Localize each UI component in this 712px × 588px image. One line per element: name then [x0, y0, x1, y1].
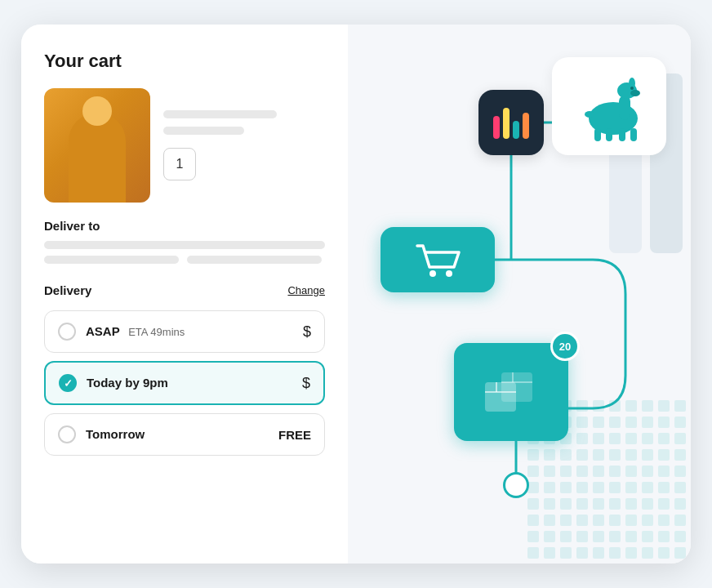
svg-point-15: [446, 270, 452, 277]
delivery-option-asap[interactable]: ASAP ETA 49mins $: [44, 310, 325, 353]
wix-bar-1: [493, 116, 500, 139]
svg-rect-11: [630, 128, 637, 141]
quantity-box[interactable]: 1: [163, 148, 196, 180]
option-name-tomorrow: Tomorrow: [86, 427, 145, 441]
llama-svg: [568, 69, 650, 143]
cart-icon-svg: [413, 239, 462, 280]
svg-point-14: [429, 270, 436, 277]
delivery-option-tomorrow[interactable]: Tomorrow FREE: [44, 413, 325, 456]
svg-rect-4: [619, 96, 630, 120]
badge-20: 20: [550, 332, 580, 361]
cart-panel: Your cart 1 Deliver to Delivery Change: [21, 24, 348, 564]
option-price-today: $: [302, 375, 310, 392]
bottom-circle: [503, 472, 529, 498]
radio-asap: [58, 323, 76, 341]
svg-rect-9: [606, 128, 612, 141]
address-line-1: [44, 241, 325, 249]
deliver-section: Deliver to: [44, 219, 325, 270]
llama-box: [552, 57, 666, 155]
cart-icon-box: [380, 227, 495, 292]
product-line-1: [163, 110, 277, 118]
svg-point-7: [630, 90, 640, 96]
main-container: Your cart 1 Deliver to Delivery Change: [21, 24, 691, 564]
packages-svg: [478, 366, 544, 419]
option-text-asap: ASAP ETA 49mins: [86, 324, 303, 339]
product-line-2: [163, 127, 244, 135]
packages-box: 20: [454, 343, 568, 441]
product-row: 1: [44, 88, 325, 203]
wix-bar-2: [503, 108, 510, 139]
change-link[interactable]: Change: [287, 284, 325, 296]
radio-today: [59, 374, 77, 392]
product-details: 1: [163, 110, 325, 180]
delivery-label: Delivery: [44, 283, 91, 297]
wix-icon: [478, 90, 544, 155]
wix-bar-4: [523, 113, 529, 139]
wix-bars: [493, 106, 529, 139]
product-image: [44, 88, 150, 203]
cart-title: Your cart: [44, 51, 325, 72]
address-line-2: [44, 256, 179, 264]
workflow-panel: 20: [315, 24, 691, 564]
option-price-asap: $: [303, 323, 311, 341]
svg-point-13: [630, 87, 634, 90]
deliver-label: Deliver to: [44, 219, 325, 233]
svg-rect-10: [619, 128, 625, 141]
delivery-option-today[interactable]: Today by 9pm $: [44, 361, 325, 405]
option-name-asap: ASAP: [86, 324, 120, 338]
option-eta-asap: ETA 49mins: [128, 326, 185, 338]
option-text-today: Today by 9pm: [87, 376, 302, 390]
option-name-today: Today by 9pm: [87, 376, 168, 390]
option-price-tomorrow: FREE: [278, 428, 311, 442]
svg-point-12: [585, 111, 594, 118]
svg-rect-19: [501, 372, 532, 402]
delivery-header: Delivery Change: [44, 283, 325, 297]
wix-bar-3: [513, 121, 519, 139]
address-lines-row: [44, 256, 325, 270]
address-line-3: [187, 256, 322, 264]
svg-rect-8: [594, 128, 601, 141]
option-text-tomorrow: Tomorrow: [86, 427, 278, 442]
radio-tomorrow: [58, 425, 76, 443]
